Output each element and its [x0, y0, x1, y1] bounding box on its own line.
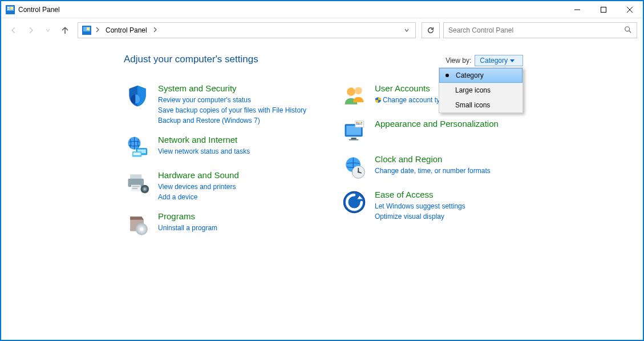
breadcrumb-chevron-icon[interactable]	[95, 26, 100, 34]
category-programs: Programs Uninstall a program	[124, 210, 318, 238]
category-sublink[interactable]: Change account type	[375, 95, 447, 105]
box-disc-icon	[124, 210, 151, 238]
view-by-option-small-icons[interactable]: Small icons	[439, 98, 523, 113]
svg-point-31	[140, 227, 144, 231]
category-hardware-sound: Hardware and Sound View devices and prin…	[124, 169, 318, 202]
svg-rect-4	[10, 7, 13, 10]
search-input[interactable]	[448, 26, 619, 34]
svg-rect-25	[132, 188, 137, 189]
selected-bullet-icon	[445, 74, 449, 77]
category-system-security: System and Security Review your computer…	[124, 82, 318, 126]
category-title-link[interactable]: Clock and Region	[375, 154, 491, 164]
view-by-dropdown-menu: Category Large icons Small icons	[439, 67, 523, 113]
category-sublink[interactable]: Review your computer's status	[158, 95, 306, 105]
svg-point-28	[144, 188, 145, 190]
svg-rect-41	[358, 122, 359, 123]
category-ease-of-access: Ease of Access Let Windows suggest setti…	[341, 188, 557, 222]
monitor-appearance-icon	[341, 118, 368, 145]
category-appearance: Appearance and Personalization	[341, 118, 557, 145]
view-by-option-category[interactable]: Category	[439, 68, 523, 83]
category-network-internet: Network and Internet View network status…	[124, 134, 318, 161]
control-panel-location-icon	[82, 25, 92, 35]
svg-point-52	[358, 171, 359, 173]
category-title-link[interactable]: Appearance and Personalization	[375, 119, 499, 129]
window-title: Control Panel	[18, 6, 60, 14]
svg-rect-37	[351, 138, 357, 139]
svg-rect-38	[349, 139, 359, 141]
category-sublink[interactable]: Optimize visual display	[375, 211, 465, 222]
breadcrumb-chevron-icon[interactable]	[153, 26, 157, 34]
view-by-dropdown-button[interactable]: Category	[475, 55, 523, 66]
navbar: Control Panel	[1, 18, 643, 42]
breadcrumb[interactable]: Control Panel	[103, 25, 149, 35]
svg-rect-42	[359, 122, 361, 123]
category-column-left: System and Security Review your computer…	[124, 82, 318, 246]
printer-icon	[124, 169, 151, 196]
category-title-link[interactable]: Network and Internet	[158, 135, 250, 145]
svg-rect-20	[133, 153, 141, 155]
nav-back-button[interactable]	[7, 23, 21, 37]
ease-of-access-icon	[341, 188, 368, 216]
category-sublink[interactable]: Add a device	[158, 192, 239, 202]
category-sublink[interactable]: Let Windows suggest settings	[375, 201, 465, 211]
svg-rect-43	[361, 122, 362, 123]
search-icon[interactable]	[624, 26, 632, 35]
uac-shield-icon	[375, 97, 382, 103]
svg-point-34	[355, 87, 362, 94]
svg-point-33	[347, 87, 355, 96]
svg-rect-45	[358, 123, 359, 125]
category-sublink[interactable]: View network status and tasks	[158, 146, 250, 157]
search-box[interactable]	[443, 22, 637, 38]
category-title-link[interactable]: Ease of Access	[375, 190, 465, 199]
titlebar: Control Panel	[1, 1, 643, 18]
category-title-link[interactable]: User Accounts	[375, 83, 447, 93]
address-bar[interactable]: Control Panel	[78, 22, 416, 38]
view-by-control: View by: Category	[445, 55, 523, 66]
category-title-link[interactable]: System and Security	[158, 83, 306, 93]
nav-up-button[interactable]	[58, 23, 72, 37]
content-area: Adjust your computer's settings View by:…	[1, 42, 643, 246]
view-by-label: View by:	[445, 57, 471, 65]
category-sublink[interactable]: Uninstall a program	[158, 223, 217, 233]
globe-network-icon	[124, 134, 151, 161]
category-clock-region: Clock and Region Change date, time, or n…	[341, 153, 557, 180]
users-icon	[341, 82, 368, 110]
svg-point-12	[625, 26, 630, 31]
svg-rect-24	[132, 186, 140, 187]
page-title: Adjust your computer's settings	[124, 54, 258, 65]
shield-icon	[124, 82, 151, 110]
svg-rect-46	[359, 123, 361, 125]
svg-rect-40	[357, 122, 358, 123]
recent-locations-chevron-icon[interactable]	[41, 23, 55, 37]
nav-forward-button[interactable]	[24, 23, 38, 37]
category-title-link[interactable]: Hardware and Sound	[158, 170, 239, 180]
maximize-button[interactable]	[590, 1, 617, 18]
category-sublink[interactable]: Change date, time, or number formats	[375, 166, 491, 176]
svg-line-13	[629, 30, 631, 33]
svg-rect-44	[357, 123, 358, 125]
svg-rect-3	[7, 9, 10, 10]
minimize-button[interactable]	[564, 1, 590, 18]
category-title-link[interactable]: Programs	[158, 211, 217, 221]
svg-rect-23	[131, 185, 141, 191]
control-panel-app-icon	[6, 5, 15, 14]
category-sublink[interactable]: Backup and Restore (Windows 7)	[158, 115, 306, 126]
svg-rect-2	[7, 7, 10, 8]
address-history-chevron-icon[interactable]	[400, 23, 413, 38]
svg-rect-11	[87, 27, 90, 30]
view-by-option-large-icons[interactable]: Large icons	[439, 83, 523, 98]
category-sublink[interactable]: View devices and printers	[158, 182, 239, 192]
globe-clock-icon	[341, 153, 368, 180]
svg-rect-6	[601, 7, 606, 12]
svg-rect-47	[361, 123, 362, 125]
dropdown-triangle-icon	[510, 57, 515, 65]
close-button[interactable]	[617, 1, 643, 18]
refresh-button[interactable]	[422, 22, 440, 38]
category-sublink[interactable]: Save backup copies of your files with Fi…	[158, 105, 306, 115]
